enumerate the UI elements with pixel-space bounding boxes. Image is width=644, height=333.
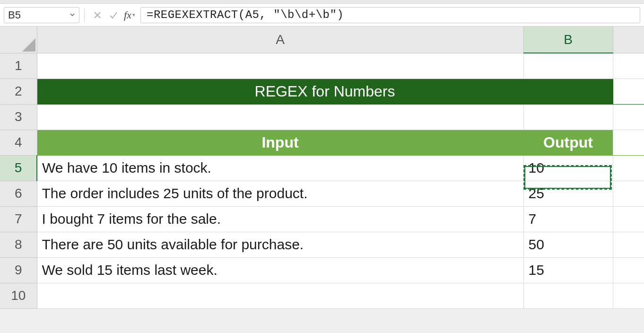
row-header-3[interactable]: 3 — [0, 104, 37, 130]
separator — [84, 8, 85, 22]
formula-bar: B5 fx▾ =REGEXEXTRACT(A5, "\b\d+\b") — [0, 4, 644, 26]
name-box[interactable]: B5 — [4, 7, 79, 23]
cell-c7[interactable] — [613, 206, 644, 232]
enter-formula-button — [105, 7, 122, 23]
row-header-10[interactable]: 10 — [0, 283, 37, 308]
cell-a6[interactable]: The order includes 25 units of the produ… — [37, 181, 523, 206]
cell-c4[interactable] — [613, 130, 644, 155]
cell-c5[interactable] — [613, 155, 644, 181]
insert-function-button[interactable]: fx▾ — [122, 7, 138, 23]
select-all-cell[interactable] — [0, 26, 37, 53]
cell-b9[interactable]: 15 — [523, 257, 613, 283]
row-header-8[interactable]: 8 — [0, 232, 37, 257]
cell-c8[interactable] — [613, 232, 644, 257]
cell-a1[interactable] — [37, 53, 523, 79]
cell-a10[interactable] — [37, 283, 523, 308]
row-header-1[interactable]: 1 — [0, 53, 37, 79]
header-output-cell[interactable]: Output — [523, 130, 613, 155]
name-box-value: B5 — [8, 9, 21, 21]
header-input-cell[interactable]: Input — [37, 130, 523, 155]
chevron-down-icon[interactable]: ▾ — [132, 12, 135, 18]
formula-text: =REGEXEXTRACT(A5, "\b\d+\b") — [147, 9, 344, 21]
cell-c6[interactable] — [613, 181, 644, 206]
title-merged-cell[interactable]: REGEX for Numbers — [37, 79, 613, 104]
column-header-c[interactable] — [613, 26, 644, 53]
row-header-2[interactable]: 2 — [0, 79, 37, 104]
cell-b5[interactable]: 10 — [523, 155, 613, 181]
fx-icon: fx — [124, 9, 131, 21]
cell-b1[interactable] — [523, 53, 613, 79]
ribbon-gap — [0, 0, 644, 4]
row-header-6[interactable]: 6 — [0, 181, 37, 206]
column-header-a[interactable]: A — [37, 26, 523, 53]
cell-a7[interactable]: I bought 7 items for the sale. — [37, 206, 523, 232]
cell-b8[interactable]: 50 — [523, 232, 613, 257]
row-header-9[interactable]: 9 — [0, 257, 37, 283]
spreadsheet-grid[interactable]: A B 1 2 REGEX for Numbers 3 4 Input Outp… — [0, 26, 644, 309]
cell-a8[interactable]: There are 50 units available for purchas… — [37, 232, 523, 257]
chevron-down-icon[interactable] — [70, 11, 75, 19]
row-header-7[interactable]: 7 — [0, 206, 37, 232]
cell-c9[interactable] — [613, 257, 644, 283]
cancel-formula-button — [89, 7, 105, 23]
row-header-5[interactable]: 5 — [0, 155, 37, 181]
cell-b3[interactable] — [523, 104, 613, 130]
cell-b6[interactable]: 25 — [523, 181, 613, 206]
cell-c1[interactable] — [613, 53, 644, 79]
cell-a9[interactable]: We sold 15 items last week. — [37, 257, 523, 283]
cell-a5[interactable]: We have 10 items in stock. — [37, 155, 523, 181]
cell-b7[interactable]: 7 — [523, 206, 613, 232]
cell-a3[interactable] — [37, 104, 523, 130]
cell-c3[interactable] — [613, 104, 644, 130]
formula-input[interactable]: =REGEXEXTRACT(A5, "\b\d+\b") — [140, 7, 640, 23]
row-header-4[interactable]: 4 — [0, 130, 37, 155]
cell-c10[interactable] — [613, 283, 644, 308]
column-header-b[interactable]: B — [523, 26, 613, 53]
cell-b10[interactable] — [523, 283, 613, 308]
cell-c2[interactable] — [613, 79, 644, 104]
